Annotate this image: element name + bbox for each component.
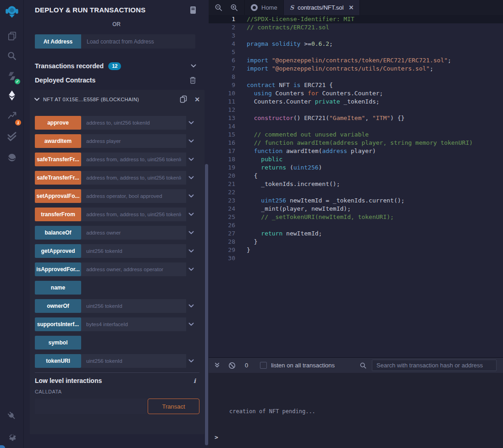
chevron-down-icon[interactable] (191, 64, 196, 68)
function-row: tokenURI (35, 354, 196, 368)
function-row: awardItem (35, 134, 196, 148)
terminal-toolbar: 0 listen on all transactions (209, 358, 503, 373)
solidity-compiler-icon[interactable]: ✓ (0, 68, 24, 84)
plugin-manager-icon[interactable] (0, 408, 24, 424)
function-args-input[interactable] (81, 226, 186, 240)
function-button-isapprovedfor[interactable]: isApprovedFor... (35, 262, 81, 276)
chevron-down-icon[interactable] (188, 304, 196, 308)
terminal-prompt: > (215, 434, 218, 441)
trash-icon[interactable] (189, 76, 196, 84)
function-row: approve (35, 116, 196, 130)
code-line: 19 returns (uint256) (209, 164, 503, 172)
copy-icon[interactable] (180, 95, 187, 103)
chevron-down-icon[interactable] (188, 194, 196, 198)
code-area[interactable]: 1//SPDX-License-Identifier: MIT2// contr… (209, 15, 503, 357)
function-button-setapprovalfo[interactable]: setApprovalFo... (35, 189, 81, 203)
tab-contracts-nft-sol[interactable]: S contracts/NFT.sol ✕ (284, 0, 360, 15)
info-icon[interactable]: i (193, 377, 196, 384)
function-args-input[interactable] (81, 244, 186, 258)
search-icon[interactable] (0, 48, 24, 64)
at-address-button[interactable]: At Address (35, 34, 81, 49)
zoom-out-icon[interactable] (215, 4, 222, 11)
function-button-awarditem[interactable]: awardItem (35, 134, 81, 148)
code-line: 11 Counters.Counter private _tokenIds; (209, 98, 503, 106)
function-row: supportsInterf... (35, 317, 196, 331)
zoom-in-icon[interactable] (230, 4, 238, 11)
function-button-approve[interactable]: approve (35, 116, 81, 130)
function-button-safetransferfr[interactable]: safeTransferFr... (35, 171, 81, 185)
chevron-down-icon[interactable] (34, 98, 39, 101)
function-button-symbol[interactable]: symbol (35, 336, 81, 350)
at-address-input[interactable] (81, 34, 195, 49)
close-tab-icon[interactable]: ✕ (349, 4, 354, 11)
code-line: 25 // _setTokenURI(newItemId, tokenURI); (209, 213, 503, 221)
function-list: approveawardItemsafeTransferFr...safeTra… (30, 116, 205, 368)
code-line: 20 { (209, 172, 503, 180)
settings-icon[interactable] (0, 428, 24, 445)
remix-ide-window: ✓1 DEPLOY & RUN TRANSACTIONS OR At Addre… (0, 0, 503, 448)
code-line: 21 _tokenIds.increment(); (209, 180, 503, 188)
listen-all-transactions-checkbox[interactable] (260, 362, 267, 369)
function-args-input[interactable] (81, 317, 186, 331)
function-args-input[interactable] (81, 171, 186, 185)
listen-all-transactions-label: listen on all transactions (271, 362, 335, 369)
calldata-input[interactable] (35, 399, 146, 414)
code-line: 26 (209, 221, 503, 229)
chevron-down-icon[interactable] (188, 322, 196, 326)
transactions-count-badge: 12 (108, 62, 121, 70)
code-line: 9contract NFT is ERC721 { (209, 81, 503, 89)
function-button-transferfrom[interactable]: transferFrom (35, 208, 81, 221)
notification-badge: 1 (14, 119, 22, 126)
terminal-output: creation of NFT pending... (229, 408, 315, 415)
file-explorer-icon[interactable] (0, 27, 24, 44)
chevron-down-icon[interactable] (188, 359, 196, 363)
function-row: safeTransferFr... (35, 171, 196, 185)
chevron-down-icon[interactable] (188, 158, 196, 161)
remix-logo[interactable] (0, 4, 24, 20)
function-args-input[interactable] (81, 208, 186, 221)
clear-console-icon[interactable] (228, 362, 236, 369)
function-button-safetransferfr[interactable]: safeTransferFr... (35, 153, 81, 166)
chevron-down-icon[interactable] (188, 176, 196, 180)
chevron-down-icon[interactable] (188, 231, 196, 235)
analysis-icon[interactable]: 1 (0, 107, 24, 124)
function-row: getApproved (35, 244, 196, 258)
code-line: 28 } (209, 238, 503, 246)
function-args-input[interactable] (81, 116, 186, 130)
function-button-tokenuri[interactable]: tokenURI (35, 354, 81, 368)
expand-terminal-icon[interactable] (214, 362, 220, 368)
chevron-down-icon[interactable] (188, 249, 196, 253)
deploy-run-icon[interactable] (0, 87, 24, 104)
support-widget[interactable] (0, 445, 5, 448)
function-args-input[interactable] (81, 134, 186, 148)
icon-sidebar: ✓1 (0, 0, 24, 448)
function-button-supportsinterf[interactable]: supportsInterf... (35, 317, 81, 331)
unit-testing-icon[interactable] (0, 128, 24, 145)
terminal-search-input[interactable] (372, 360, 497, 371)
function-args-input[interactable] (81, 189, 186, 203)
transact-button[interactable]: Transact (148, 399, 199, 414)
close-icon[interactable]: ✕ (194, 96, 200, 103)
code-line: 6import "@openzeppelin/contracts/token/E… (209, 56, 503, 65)
documentation-icon[interactable] (189, 6, 197, 14)
function-args-input[interactable] (81, 354, 186, 368)
function-button-getapproved[interactable]: getApproved (35, 244, 81, 258)
panel-scrollbar[interactable] (205, 164, 208, 445)
function-button-balanceof[interactable]: balanceOf (35, 226, 81, 240)
chevron-down-icon[interactable] (188, 268, 196, 271)
sourcify-icon[interactable] (0, 149, 24, 166)
calldata-label: CALLDATA (35, 389, 199, 394)
function-args-input[interactable] (81, 262, 186, 276)
tab-home[interactable]: Home (244, 0, 284, 15)
function-args-input[interactable] (81, 153, 186, 166)
chevron-down-icon[interactable] (188, 139, 196, 143)
function-button-ownerof[interactable]: ownerOf (35, 299, 81, 313)
code-line: 15 // commented out unused variable (209, 131, 503, 139)
function-button-name[interactable]: name (35, 281, 81, 295)
chevron-down-icon[interactable] (188, 213, 196, 216)
function-row: balanceOf (35, 226, 196, 240)
function-args-input[interactable] (81, 299, 186, 313)
code-line: 5 (209, 48, 503, 56)
chevron-down-icon[interactable] (188, 121, 196, 125)
code-line: 18 public (209, 155, 503, 164)
